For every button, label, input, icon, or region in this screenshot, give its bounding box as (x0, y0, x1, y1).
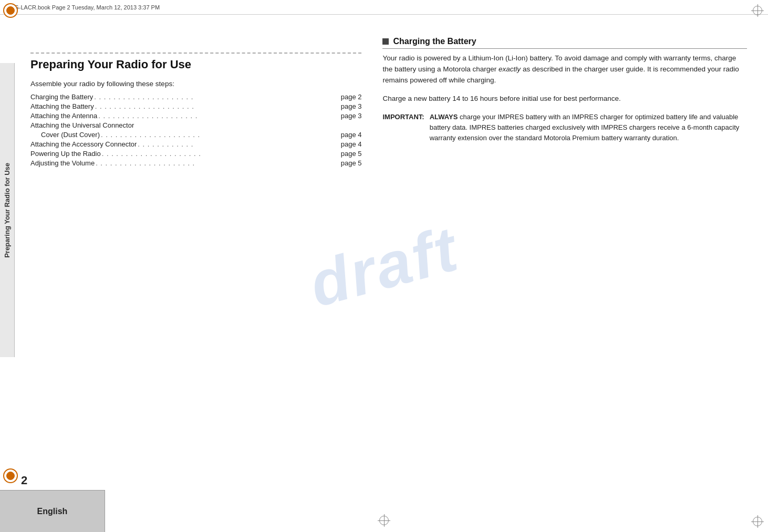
right-body-paragraph-1: Your radio is powered by a Lithium-Ion (… (382, 53, 747, 86)
toc-label-7: Adjusting the Volume (30, 159, 95, 167)
toc-list: Charging the Battery . . . . . . . . . .… (30, 93, 361, 167)
right-section-header: Charging the Battery (382, 37, 747, 49)
toc-page-2: page 3 (341, 102, 362, 110)
right-column: Charging the Battery Your radio is power… (382, 21, 757, 479)
toc-page-1: page 2 (341, 93, 362, 101)
toc-page-3: page 3 (341, 112, 362, 120)
toc-label-4a: Attaching the Universal Connector (30, 121, 134, 129)
toc-item-5: Attaching the Accessory Connector . . . … (30, 140, 361, 148)
left-tab-label: Preparing Your Radio for Use (3, 163, 11, 258)
dashed-separator (30, 53, 361, 54)
reg-mark-bottom-right (751, 515, 764, 528)
reg-mark-top-right (751, 4, 764, 17)
reg-mark-bottom-center (378, 514, 390, 527)
toc-item-7: Adjusting the Volume . . . . . . . . . .… (30, 159, 361, 167)
left-side-tab: Preparing Your Radio for Use (0, 63, 15, 357)
section-square-icon (382, 38, 389, 45)
toc-item-2: Attaching the Battery . . . . . . . . . … (30, 102, 361, 110)
toc-item-4b: Cover (Dust Cover) . . . . . . . . . . .… (30, 131, 361, 139)
right-section-title: Charging the Battery (393, 37, 476, 46)
toc-label-4b: Cover (Dust Cover) (41, 131, 100, 139)
toc-item-3: Attaching the Antenna . . . . . . . . . … (30, 112, 361, 120)
toc-item-1: Charging the Battery . . . . . . . . . .… (30, 93, 361, 101)
toc-page-6: page 5 (341, 150, 362, 158)
language-tab: English (0, 490, 105, 532)
toc-label-2: Attaching the Battery (30, 102, 94, 110)
left-column: Preparing Your Radio for Use Assemble yo… (20, 21, 361, 479)
toc-item-6: Powering Up the Radio . . . . . . . . . … (30, 150, 361, 158)
important-label: IMPORTANT: (382, 112, 424, 143)
toc-label-6: Powering Up the Radio (30, 150, 101, 158)
important-text: ALWAYS charge your IMPRES battery with a… (430, 112, 747, 143)
right-body-paragraph-2: Charge a new battery 14 to 16 hours befo… (382, 93, 747, 105)
toc-item-4a: Attaching the Universal Connector (30, 121, 361, 129)
intro-text: Assemble your radio by following these s… (30, 80, 361, 88)
moto-logo-bottom-left (3, 468, 18, 483)
header-bar: NAG-LACR.book Page 2 Tuesday, March 12, … (0, 0, 768, 15)
toc-page-4b: page 4 (341, 131, 362, 139)
important-block: IMPORTANT: ALWAYS charge your IMPRES bat… (382, 112, 747, 143)
toc-label-5: Attaching the Accessory Connector (30, 140, 137, 148)
moto-logo-top-left (3, 3, 18, 18)
left-section-title: Preparing Your Radio for Use (30, 58, 361, 71)
toc-label-3: Attaching the Antenna (30, 112, 97, 120)
toc-label-1: Charging the Battery (30, 93, 93, 101)
toc-page-5: page 4 (341, 140, 362, 148)
toc-page-7: page 5 (341, 159, 362, 167)
header-text: NAG-LACR.book Page 2 Tuesday, March 12, … (6, 4, 160, 11)
main-content: Preparing Your Radio for Use Assemble yo… (20, 21, 757, 479)
language-label: English (37, 507, 68, 516)
